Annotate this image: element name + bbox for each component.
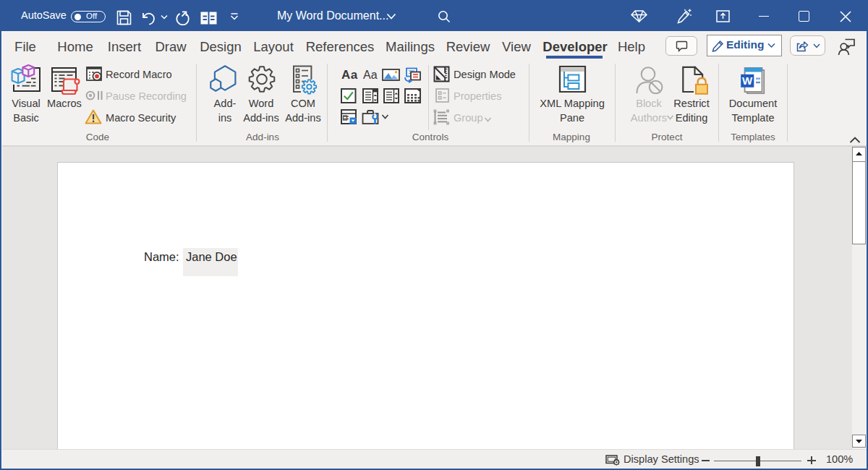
svg-text:W: W bbox=[742, 74, 753, 87]
